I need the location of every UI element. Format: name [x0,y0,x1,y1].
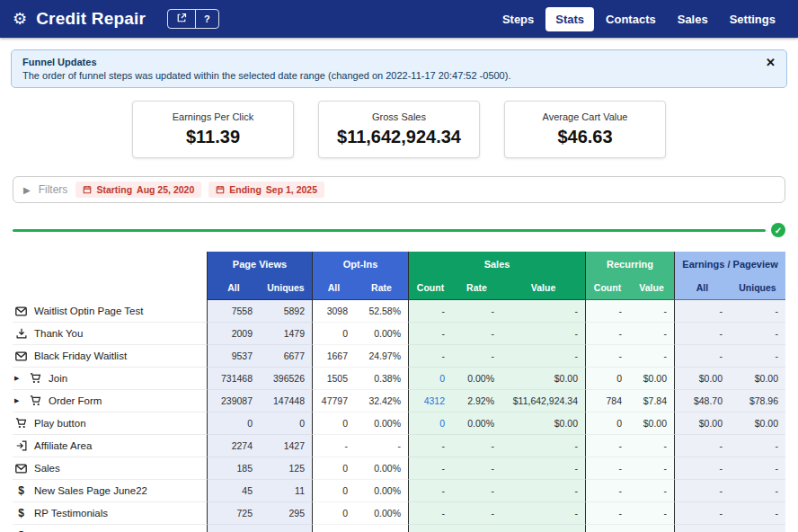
close-icon[interactable]: ✕ [766,57,776,68]
cart-icon [29,373,42,384]
cell-order-form-4[interactable]: 4312 [408,390,452,412]
col-header-recurring-value: Value [629,276,674,300]
date-badges: StartingAug 25, 2020EndingSep 1, 2025 [75,182,324,198]
stat-label: Gross Sales [326,111,472,122]
cell-affiliate-area-10: - [730,435,785,457]
row-label-new-sales-page-june22: $New Sales Page June22 [13,480,207,502]
starting-date-badge[interactable]: StartingAug 25, 2020 [75,182,201,198]
cell-thank-you-9: - [674,323,730,345]
cell-new-sales-page-june22-8: - [629,480,674,502]
cell-black-friday-waitlist-0: 9537 [207,345,260,368]
row-label-play-button: Play button [13,412,207,435]
cell-thank-you-6: - [501,323,585,345]
cell-affiliate-area-8: - [629,435,674,457]
stat-label: Earnings Per Click [140,111,286,122]
cell-new-sales-page-june22-4: - [408,480,452,502]
cell-sales-9: - [674,457,730,480]
cell-rp-testimonials-0: 725 [207,502,260,525]
stat-cards-row: Earnings Per Click$11.39Gross Sales$11,6… [0,101,798,158]
row-title: Black Friday Waitlist [34,350,127,361]
cell-viral-video-4: - [408,525,452,532]
table-corner [13,276,207,300]
caret-right-icon[interactable]: ▶ [14,375,22,382]
cell-sales-10: - [730,457,785,480]
stat-value: $11.39 [140,127,286,147]
alert-title: Funnel Updates [22,57,510,67]
row-title: Join [49,373,67,384]
gear-icon[interactable]: ⚙ [13,11,27,27]
cell-sales-7: - [585,457,629,480]
cell-play-button-8: $0.00 [629,412,674,435]
stat-card-average-cart-value: Average Cart Value$46.63 [504,101,666,158]
cell-join-5: 0.00% [452,368,501,390]
cell-join-7: 0 [585,368,629,390]
cell-order-form-5: 2.92% [452,390,501,412]
cell-sales-8: - [629,457,674,480]
cell-waitlist-optin-page-test-3: 52.58% [355,300,408,323]
row-title: Order Form [49,395,102,406]
cell-play-button-10: $0.00 [730,412,785,435]
col-header-page-views-uniques: Uniques [260,276,312,300]
cell-join-10: $0.00 [730,368,785,390]
cell-black-friday-waitlist-5: - [452,345,501,368]
cell-play-button-4[interactable]: 0 [408,412,452,435]
col-group-earnings-pageview: Earnings / Pageview [674,252,785,276]
col-header-sales-value: Value [501,276,585,300]
navbar: ⚙ Credit Repair ? StepsStatsContactsSale… [0,0,798,38]
row-label-sales: Sales [13,457,207,480]
cell-viral-video-0: 1988 [207,525,260,532]
tab-sales[interactable]: Sales [668,7,718,31]
envelope-icon [14,306,28,316]
row-label-affiliate-area: Affiliate Area [13,435,207,457]
stats-table: Page ViewsOpt-InsSalesRecurringEarnings … [13,252,798,532]
cell-play-button-0: 0 [207,412,260,435]
cell-affiliate-area-9: - [674,435,730,457]
share-button[interactable] [168,10,195,28]
cell-rp-testimonials-1: 295 [260,502,312,525]
cell-viral-video-1: 718 [260,525,312,532]
cell-affiliate-area-7: - [585,435,629,457]
badge-label: Ending [229,184,262,195]
cell-order-form-2: 47797 [312,390,355,412]
caret-right-icon[interactable]: ▶ [14,397,22,404]
cell-thank-you-8: - [629,323,674,345]
tab-contacts[interactable]: Contacts [596,7,666,31]
tab-settings[interactable]: Settings [720,7,785,31]
tab-steps[interactable]: Steps [492,7,544,31]
cell-black-friday-waitlist-6: - [501,345,585,368]
cell-play-button-7: 0 [585,412,629,435]
cell-thank-you-3: 0.00% [355,323,408,345]
col-header-opt-ins-rate: Rate [355,276,408,300]
ending-date-badge[interactable]: EndingSep 1, 2025 [208,182,324,198]
row-label-order-form[interactable]: ▶Order Form [13,390,207,412]
row-label-join[interactable]: ▶Join [13,368,207,390]
filters-bar[interactable]: ▶ Filters StartingAug 25, 2020EndingSep … [13,176,785,203]
cell-rp-testimonials-3: 0.00% [355,502,408,525]
cart-icon [14,418,28,429]
calendar-icon [216,185,225,194]
cell-join-4[interactable]: 0 [408,368,452,390]
row-label-rp-testimonials: $RP Testimonials [13,502,207,525]
cell-viral-video-5: - [452,525,501,532]
cell-order-form-6: $11,642,924.34 [501,390,585,412]
cell-order-form-7: 784 [585,390,629,412]
cell-play-button-5: 0.00% [452,412,501,435]
cell-sales-4: - [408,457,452,480]
nav-tabs: StepsStatsContactsSalesSettings [492,7,785,31]
row-title: Play button [34,418,86,429]
cell-waitlist-optin-page-test-5: - [452,300,501,323]
stat-card-gross-sales: Gross Sales$11,642,924.34 [318,101,480,158]
tab-stats[interactable]: Stats [545,7,594,31]
table-corner [13,252,207,276]
cell-sales-5: - [452,457,501,480]
cell-waitlist-optin-page-test-9: - [674,300,730,323]
help-button[interactable]: ? [195,10,218,28]
col-group-recurring: Recurring [585,252,674,276]
row-label-viral-video: $Viral Video [13,525,207,532]
chevron-right-icon: ▶ [23,185,31,195]
share-icon [176,13,187,25]
col-group-sales: Sales [408,252,585,276]
cell-new-sales-page-june22-5: - [452,480,501,502]
cell-play-button-2: 0 [312,412,355,435]
cell-order-form-9: $48.70 [674,390,730,412]
